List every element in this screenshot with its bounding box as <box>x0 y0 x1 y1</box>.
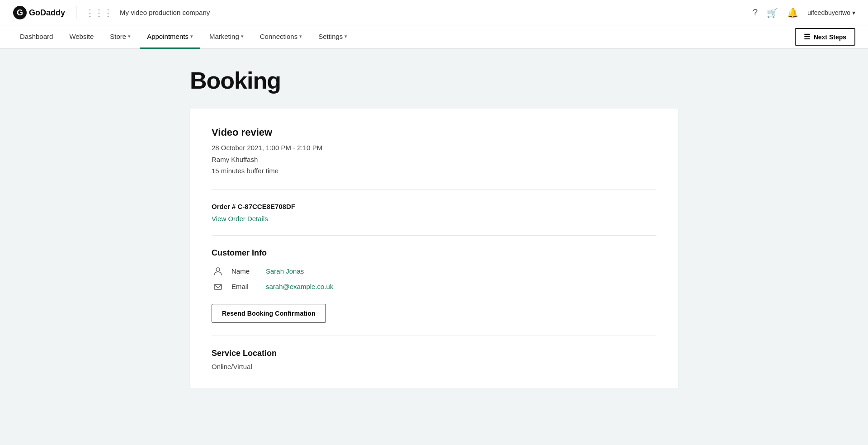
divider-1 <box>212 189 656 190</box>
user-chevron: ▾ <box>852 9 855 16</box>
settings-chevron: ▾ <box>344 33 347 39</box>
svg-rect-4 <box>214 284 222 289</box>
topbar: G GoDaddy ⋮⋮⋮ My video production compan… <box>0 0 868 25</box>
customer-fields: Name Sarah Jonas Email sarah@example.co.… <box>212 267 656 291</box>
service-name: Video review <box>212 127 656 138</box>
help-icon[interactable]: ? <box>753 7 758 18</box>
nav-item-connections[interactable]: Connections ▾ <box>253 25 309 49</box>
email-icon <box>212 282 224 291</box>
customer-info-section: Customer Info Name Sarah Jonas <box>212 248 656 323</box>
apps-icon[interactable]: ⋮⋮⋮ <box>85 7 113 18</box>
page-content: Booking Video review 28 October 2021, 1:… <box>122 49 746 407</box>
service-location-section: Service Location Online/Virtual <box>212 349 656 370</box>
cart-icon[interactable]: 🛒 <box>767 7 778 18</box>
logo-area: G GoDaddy <box>13 5 67 20</box>
svg-point-3 <box>216 268 220 271</box>
customer-name-value[interactable]: Sarah Jonas <box>266 267 304 275</box>
person-icon <box>212 267 224 276</box>
nav-item-store[interactable]: Store ▾ <box>103 25 138 49</box>
svg-text:GoDaddy: GoDaddy <box>29 8 65 17</box>
customer-name-row: Name Sarah Jonas <box>212 267 656 276</box>
customer-email-value[interactable]: sarah@example.co.uk <box>266 283 333 290</box>
nav-item-website[interactable]: Website <box>62 25 101 49</box>
order-number: Order # C-87CCE8E708DF <box>212 203 656 210</box>
nav-item-marketing[interactable]: Marketing ▾ <box>202 25 251 49</box>
page-title: Booking <box>190 67 678 94</box>
navbar: Dashboard Website Store ▾ Appointments ▾… <box>0 25 868 49</box>
divider-3 <box>212 336 656 336</box>
nav-item-dashboard[interactable]: Dashboard <box>13 25 60 49</box>
name-label: Name <box>231 267 259 275</box>
next-steps-icon: ☰ <box>804 33 810 41</box>
customer-info-title: Customer Info <box>212 248 656 258</box>
divider-2 <box>212 235 656 236</box>
godaddy-logo-svg: G GoDaddy <box>13 5 67 20</box>
service-location-title: Service Location <box>212 349 656 358</box>
email-label: Email <box>231 283 259 290</box>
godaddy-logo: G GoDaddy <box>13 5 67 20</box>
order-section: Order # C-87CCE8E708DF View Order Detail… <box>212 203 656 222</box>
nav-item-appointments[interactable]: Appointments ▾ <box>140 25 200 49</box>
topbar-divider <box>76 6 76 19</box>
booking-staff: Ramy Khuffash <box>212 154 656 166</box>
connections-chevron: ▾ <box>299 33 302 39</box>
booking-card: Video review 28 October 2021, 1:00 PM - … <box>190 109 678 388</box>
company-name: My video production company <box>120 9 210 16</box>
booking-buffer: 15 minutes buffer time <box>212 165 656 177</box>
marketing-chevron: ▾ <box>241 33 244 39</box>
nav-right: ☰ Next Steps <box>795 28 855 46</box>
next-steps-label: Next Steps <box>814 33 846 41</box>
resend-booking-button[interactable]: Resend Booking Confirmation <box>212 304 326 323</box>
service-location-value: Online/Virtual <box>212 363 656 370</box>
booking-datetime: 28 October 2021, 1:00 PM - 2:10 PM <box>212 142 656 154</box>
username: uifeedbuyertwo <box>807 9 850 16</box>
nav-item-settings[interactable]: Settings ▾ <box>311 25 354 49</box>
svg-text:G: G <box>17 8 23 17</box>
next-steps-button[interactable]: ☰ Next Steps <box>795 28 855 46</box>
appointments-chevron: ▾ <box>190 33 193 39</box>
store-chevron: ▾ <box>128 33 131 39</box>
view-order-link[interactable]: View Order Details <box>212 215 268 222</box>
bell-icon[interactable]: 🔔 <box>787 7 798 18</box>
booking-meta: 28 October 2021, 1:00 PM - 2:10 PM Ramy … <box>212 142 656 177</box>
topbar-right: ? 🛒 🔔 uifeedbuyertwo ▾ <box>753 7 855 18</box>
user-menu[interactable]: uifeedbuyertwo ▾ <box>807 9 855 16</box>
customer-email-row: Email sarah@example.co.uk <box>212 282 656 291</box>
